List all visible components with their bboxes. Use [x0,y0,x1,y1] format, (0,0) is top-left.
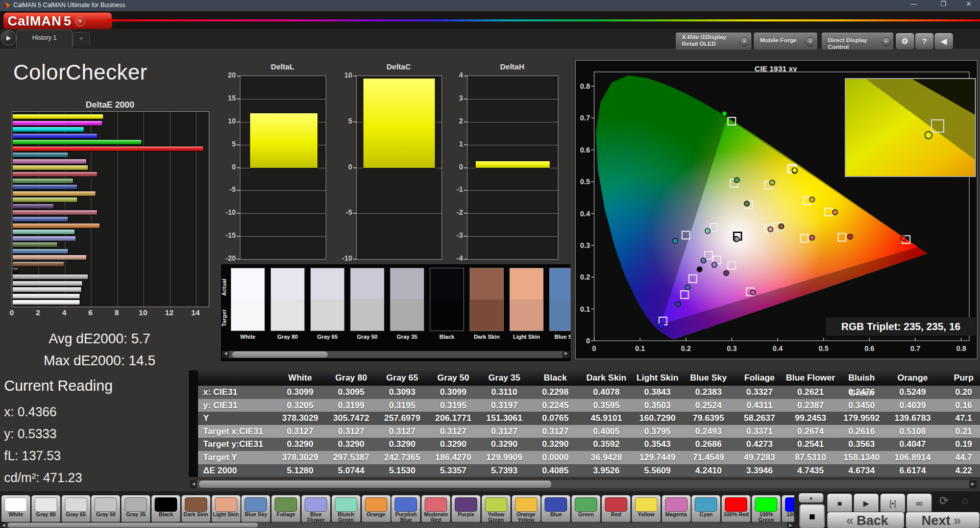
palette-button-yellow[interactable]: Yellow [631,495,661,522]
table-row: Target Y378.3029297.5387242.7365186.4270… [189,451,980,464]
next-button[interactable]: Next» [905,512,980,528]
table-cell: 0.3843 [632,386,683,399]
palette-chip [515,497,537,512]
palette-button-blue-flower[interactable]: Blue Flower [301,495,331,522]
palette-scrollbar-thumb[interactable] [8,523,258,527]
svg-text:0.6: 0.6 [580,146,591,154]
back-button[interactable]: «Back [827,512,904,528]
palette-up-button[interactable]: ▲ [798,493,824,503]
scroll-left-icon[interactable]: ◀ [222,351,229,358]
selected-patch-button[interactable]: ■ [799,504,825,528]
chevron-down-icon[interactable]: ▼ [805,37,815,46]
deltae-summary: Avg dE2000: 5.7 Max dE2000: 14.5 [15,328,184,372]
play-button[interactable]: ▶ [853,493,879,514]
scroll-left-icon[interactable]: ◀ [0,522,7,528]
table-cell: 0.4005 [581,425,632,438]
palette-button-foliage[interactable]: Foliage [271,495,301,522]
tab-history-1[interactable]: History 1 [16,30,72,48]
palette-button-purple[interactable]: Purple [451,495,481,522]
table-cell: Y [199,412,275,425]
deltae-x-tick-label: 4 [62,308,66,317]
table-cell: 0.2616 [836,425,887,438]
strip-scrollbar[interactable]: ◀ ▶ [222,351,570,358]
display-control-dropdown[interactable]: Direct Display Control ▼ [821,32,894,51]
deltae-bar-orange-yellow [12,191,96,196]
single-measure-button[interactable]: [•] [880,493,905,514]
palette-button-light-skin[interactable]: Light Skin [211,495,241,522]
collapse-button[interactable]: ◀ [934,33,953,50]
maximize-button[interactable]: ❐ [933,0,953,10]
palette-button-purplish-blue[interactable]: Purplish Blue [391,495,421,522]
deltae-bar-gray-50 [12,281,83,286]
scroll-right-icon[interactable]: ▶ [969,480,976,488]
source-status-indicator [755,34,757,49]
deltae-bar-gray-80 [12,293,80,299]
chevron-down-icon[interactable]: ▼ [881,37,891,46]
chevron-down-icon[interactable]: ▼ [740,37,749,46]
palette-button-green[interactable]: Green [571,495,601,522]
add-tab-button[interactable]: + [72,32,90,46]
palette-button-magenta[interactable]: Magenta [662,495,691,522]
palette-chip [635,497,657,512]
continuous-measure-button[interactable]: ∞ [906,493,932,514]
deltae-bar-100-yellow [12,114,104,119]
target-swatch [271,299,305,331]
settings-button[interactable]: ⚙ [895,33,915,50]
y-tick-label: 0 [208,163,236,171]
strip-scrollbar-thumb[interactable] [232,351,328,358]
logo-dropdown-icon[interactable]: ▼ [75,16,85,27]
table-cell: 0.3195 [428,399,479,412]
palette-button-blue-sky[interactable]: Blue Sky [241,495,271,522]
help-button[interactable]: ? [915,33,934,50]
stop-button[interactable]: ■ [827,493,852,514]
tab-scroll-button[interactable]: ▶ [1,30,16,45]
deltae-gridline [143,112,144,307]
palette-button-moderate-red[interactable]: Moderate Red [421,495,451,522]
meter-dropdown[interactable]: X-Rite i1Display Retail OLED ▼ [675,32,752,51]
palette-button-cyan[interactable]: Cyan [691,495,721,522]
table-cell: 0.19 [938,438,980,451]
table-scrollbar[interactable]: ◀ ▶ [190,480,976,488]
palette-button-gray-65[interactable]: Gray 65 [61,495,91,522]
table-cell: 179.9592 [836,412,887,425]
palette-button-blue[interactable]: Blue [541,495,571,522]
y-tick-label: 10 [208,117,236,125]
table-cell: Gray 65 [377,370,428,386]
palette-button-100-red[interactable]: 100% Red [721,495,751,522]
minimize-button[interactable]: — [903,0,924,10]
palette-button-orange[interactable]: Orange [361,495,391,522]
scroll-right-icon[interactable]: ▶ [787,522,794,528]
close-button[interactable]: ✕ [959,0,979,10]
scroll-left-icon[interactable]: ◀ [190,480,197,488]
table-cell: Blue Flower [785,370,836,386]
table-scrollbar-thumb[interactable] [199,481,551,488]
palette-button-bluish-green[interactable]: Bluish Green [331,495,361,522]
table-cell [189,412,198,425]
calman-logo-menu[interactable]: CalMAN 5 ▼ [3,12,112,30]
table-cell: 0.3197 [479,399,530,412]
deltae-bar-red [12,171,97,177]
palette-button-red[interactable]: Red [601,495,631,522]
gridline [468,99,558,99]
palette-scrollbar[interactable]: ◀ ▶ [0,522,794,528]
scroll-right-icon[interactable]: ▶ [562,351,570,358]
table-cell: 44.7 [938,451,980,464]
table-cell: 129.9909 [479,451,530,464]
palette-button-dark-skin[interactable]: Dark Skin [181,495,211,522]
palette-button-gray-50[interactable]: Gray 50 [91,495,120,522]
strip-swatch-white: White [231,268,265,340]
palette-button-gray-35[interactable]: Gray 35 [121,495,151,522]
source-dropdown[interactable]: Mobile Forge ▼ [753,32,818,51]
palette-button-yellow-green[interactable]: Yellow Green [481,495,511,522]
cie-actual-blue-flower [712,262,717,267]
palette-button-black[interactable]: Black [151,495,181,522]
table-cell: 0.3290 [377,438,428,451]
cie-actual-orange [832,210,838,215]
gridline [357,213,442,214]
palette-button-gray-80[interactable]: Gray 80 [31,495,61,522]
deltae-bar-blue-flower [12,236,76,241]
palette-button-orange-yellow[interactable]: Orange Yellow [511,495,541,522]
palette-button-100-green[interactable]: 100% Green [751,495,781,522]
palette-button-white[interactable]: White [1,495,31,522]
deltae-x-tick-label: 0 [10,308,14,317]
